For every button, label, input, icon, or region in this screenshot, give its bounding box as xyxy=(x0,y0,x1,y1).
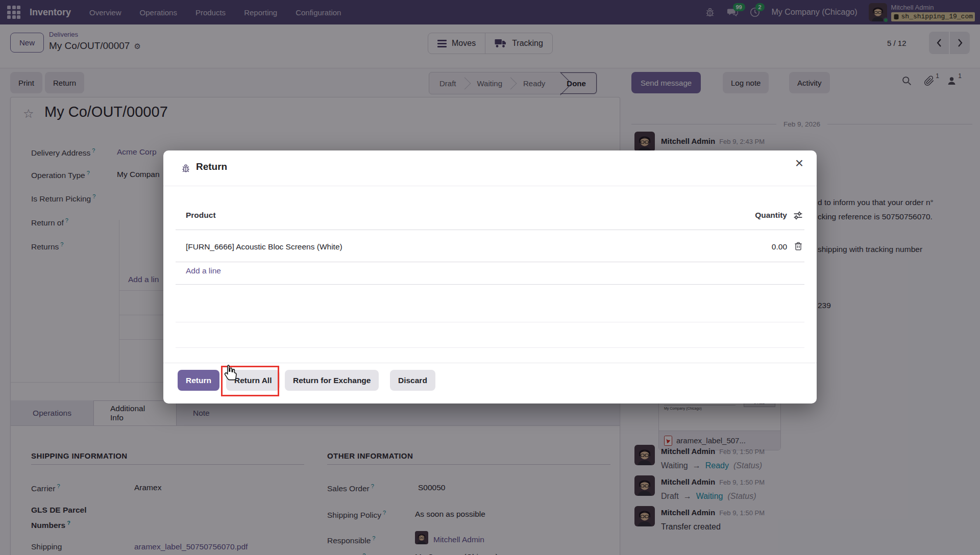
table-border xyxy=(176,284,804,285)
table-border xyxy=(176,322,804,322)
modal-discard-button[interactable]: Discard xyxy=(390,370,435,391)
mouse-cursor-pointer xyxy=(223,364,238,382)
modal-title: Return xyxy=(196,161,227,172)
table-border xyxy=(176,262,804,262)
modal-return-for-exchange-button[interactable]: Return for Exchange xyxy=(285,370,379,391)
delete-row-trash-icon[interactable] xyxy=(793,241,803,251)
optional-columns-sliders-icon[interactable] xyxy=(793,210,803,221)
row-product-name[interactable]: [FURN_6666] Acoustic Bloc Screens (White… xyxy=(186,242,342,251)
modal-footer-divider xyxy=(163,363,817,363)
modal-return-button[interactable]: Return xyxy=(178,370,219,391)
column-header-product[interactable]: Product xyxy=(186,211,216,220)
return-modal: Return × Product Quantity [FURN_6666] Ac… xyxy=(163,150,817,403)
table-border xyxy=(176,230,804,230)
modal-add-line-link[interactable]: Add a line xyxy=(186,266,221,275)
column-header-quantity[interactable]: Quantity xyxy=(755,211,787,220)
table-border xyxy=(176,347,804,348)
modal-header: Return × xyxy=(163,150,817,186)
row-quantity-value[interactable]: 0.00 xyxy=(772,242,787,251)
bug-icon xyxy=(181,163,191,173)
modal-close-icon[interactable]: × xyxy=(795,156,803,170)
